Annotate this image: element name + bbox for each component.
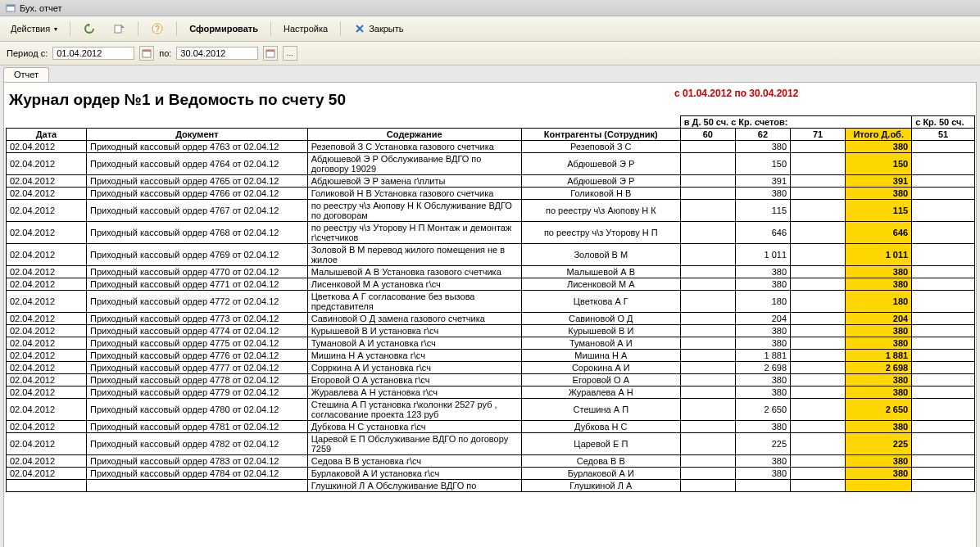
cell-date: 02.04.2012 <box>7 313 87 325</box>
help-button[interactable]: ? <box>145 20 170 38</box>
cell-71 <box>791 153 846 175</box>
group-header-debit: в Д. 50 сч. с Кр. счетов: <box>680 116 911 129</box>
period-picker-button[interactable]: … <box>283 46 297 61</box>
cell-contra: Голиковой Н В <box>521 188 680 200</box>
table-row[interactable]: 02.04.2012Приходный кассовый ордер 4767 … <box>7 200 975 222</box>
date-to-input[interactable] <box>176 47 258 60</box>
cell-content: по реестру ч\з Аюпову Н К Обслуживание В… <box>307 200 521 222</box>
table-row[interactable]: 02.04.2012Приходный кассовый ордер 4782 … <box>7 433 975 455</box>
cell-51 <box>912 337 975 350</box>
cell-itog: 225 <box>846 433 912 455</box>
close-button[interactable]: Закрыть <box>347 20 409 38</box>
cell-itog: 380 <box>846 421 912 433</box>
cell-51 <box>912 374 975 387</box>
table-row[interactable]: 02.04.2012Приходный кассовый ордер 4770 … <box>7 266 975 278</box>
cell-doc: Приходный кассовый ордер 4779 от 02.04.1… <box>87 387 308 399</box>
cell-date: 02.04.2012 <box>7 153 87 175</box>
table-row[interactable]: 02.04.2012Приходный кассовый ордер 4779 … <box>7 387 975 399</box>
form-button[interactable]: Сформировать <box>184 21 264 36</box>
form-label: Сформировать <box>189 24 258 34</box>
table-row[interactable]: 02.04.2012Приходный кассовый ордер 4774 … <box>7 325 975 337</box>
cell-doc: Приходный кассовый ордер 4766 от 02.04.1… <box>87 188 308 200</box>
cell-60 <box>680 433 735 455</box>
table-row[interactable]: 02.04.2012Приходный кассовый ордер 4784 … <box>7 468 975 480</box>
cell-itog: 380 <box>846 325 912 337</box>
cell-itog: 391 <box>846 175 912 188</box>
cell-doc: Приходный кассовый ордер 4777 от 02.04.1… <box>87 362 308 374</box>
cell-doc: Приходный кассовый ордер 4781 от 02.04.1… <box>87 421 308 433</box>
table-row[interactable]: 02.04.2012Приходный кассовый ордер 4781 … <box>7 421 975 433</box>
settings-label: Настройка <box>284 24 328 34</box>
window-titlebar: Бух. отчет <box>0 0 980 16</box>
cell-itog: 2 650 <box>846 399 912 421</box>
cell-71 <box>791 362 846 374</box>
settings-button[interactable]: Настройка <box>278 21 333 36</box>
table-row[interactable]: 02.04.2012Приходный кассовый ордер 4783 … <box>7 455 975 468</box>
cell-doc: Приходный кассовый ордер 4774 от 02.04.1… <box>87 325 308 337</box>
cell-date: 02.04.2012 <box>7 291 87 313</box>
cell-itog: 380 <box>846 141 912 153</box>
help-icon: ? <box>151 22 164 35</box>
close-icon <box>353 22 366 35</box>
cell-itog <box>846 480 912 492</box>
cell-content: Журавлева А Н установка г\сч <box>307 387 521 399</box>
window-title: Бух. отчет <box>20 3 62 13</box>
cell-itog: 380 <box>846 374 912 387</box>
cell-content: Абдюшевой Э Р замена г\плиты <box>307 175 521 188</box>
cell-date: 02.04.2012 <box>7 455 87 468</box>
cell-60 <box>680 175 735 188</box>
cell-60 <box>680 278 735 291</box>
separator <box>176 21 177 36</box>
table-row[interactable]: 02.04.2012Приходный кассовый ордер 4765 … <box>7 175 975 188</box>
cell-71 <box>791 266 846 278</box>
cell-60 <box>680 200 735 222</box>
table-row[interactable]: 02.04.2012Приходный кассовый ордер 4771 … <box>7 278 975 291</box>
cell-71 <box>791 278 846 291</box>
table-row[interactable]: 02.04.2012Приходный кассовый ордер 4775 … <box>7 337 975 350</box>
cell-60 <box>680 244 735 266</box>
table-row[interactable]: 02.04.2012Приходный кассовый ордер 4764 … <box>7 153 975 175</box>
table-row[interactable]: 02.04.2012Приходный кассовый ордер 4766 … <box>7 188 975 200</box>
table-row[interactable]: 02.04.2012Приходный кассовый ордер 4777 … <box>7 362 975 374</box>
actions-menu[interactable]: Действия ▾ <box>5 21 63 36</box>
calendar-to-button[interactable] <box>263 46 278 61</box>
svg-rect-10 <box>266 50 274 52</box>
table-row[interactable]: 02.04.2012Приходный кассовый ордер 4763 … <box>7 141 975 153</box>
table-row[interactable]: 02.04.2012Приходный кассовый ордер 4772 … <box>7 291 975 313</box>
cell-doc: Приходный кассовый ордер 4765 от 02.04.1… <box>87 175 308 188</box>
cell-doc: Приходный кассовый ордер 4764 от 02.04.1… <box>87 153 308 175</box>
table-row[interactable]: 02.04.2012Приходный кассовый ордер 4773 … <box>7 313 975 325</box>
cell-51 <box>912 468 975 480</box>
export-button[interactable] <box>107 20 131 38</box>
svg-rect-1 <box>7 5 15 7</box>
cell-doc: Приходный кассовый ордер 4784 от 02.04.1… <box>87 468 308 480</box>
table-row[interactable]: 02.04.2012Приходный кассовый ордер 4780 … <box>7 399 975 421</box>
tab-report[interactable]: Отчет <box>3 67 49 82</box>
cell-contra: Седова В В <box>521 455 680 468</box>
cell-62 <box>735 480 790 492</box>
table-row[interactable]: 02.04.2012Приходный кассовый ордер 4778 … <box>7 374 975 387</box>
table-row[interactable]: 02.04.2012Приходный кассовый ордер 4776 … <box>7 350 975 362</box>
table-row[interactable]: 02.04.2012Приходный кассовый ордер 4769 … <box>7 244 975 266</box>
cell-contra: Савиновой О Д <box>521 313 680 325</box>
separator <box>270 21 271 36</box>
cell-content: Царевой Е П Обслуживание ВДГО по договор… <box>307 433 521 455</box>
cell-content: Курышевой В И установка г\сч <box>307 325 521 337</box>
table-row[interactable]: Глушкиной Л А Обслуживание ВДГО поГлушки… <box>7 480 975 492</box>
actions-label: Действия <box>11 24 50 34</box>
cell-date: 02.04.2012 <box>7 468 87 480</box>
calendar-from-button[interactable] <box>139 46 154 61</box>
cell-71 <box>791 175 846 188</box>
cell-doc: Приходный кассовый ордер 4771 от 02.04.1… <box>87 278 308 291</box>
cell-contra: Резеповой З С <box>521 141 680 153</box>
cell-doc: Приходный кассовый ордер 4782 от 02.04.1… <box>87 433 308 455</box>
cell-71 <box>791 433 846 455</box>
table-row[interactable]: 02.04.2012Приходный кассовый ордер 4768 … <box>7 222 975 244</box>
cell-71 <box>791 337 846 350</box>
cell-60 <box>680 480 735 492</box>
date-from-input[interactable] <box>52 47 134 60</box>
cell-content: Сорркина А И установка г\сч <box>307 362 521 374</box>
refresh-button[interactable] <box>77 20 102 38</box>
cell-contra: Журавлева А Н <box>521 387 680 399</box>
report-area[interactable]: Журнал ордер №1 и Ведомость по счету 50 … <box>3 82 977 547</box>
